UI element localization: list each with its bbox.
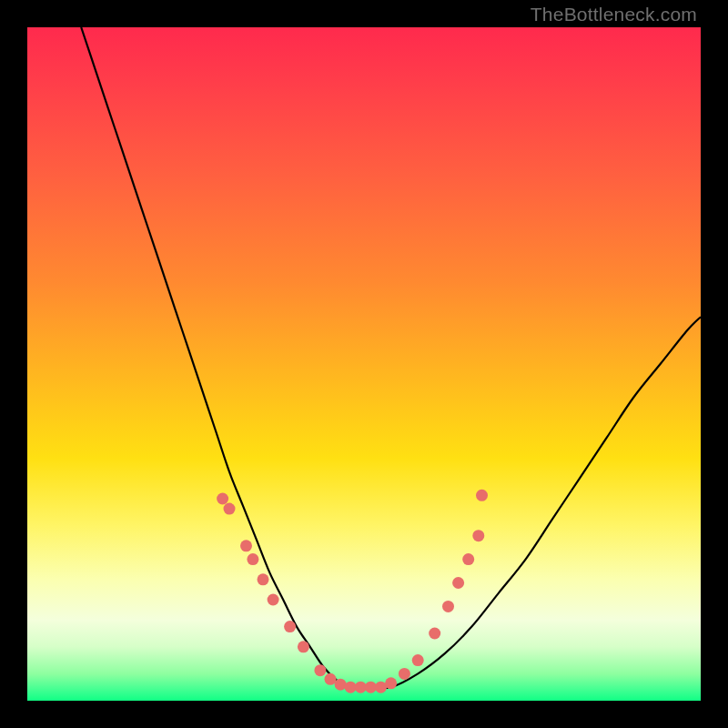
data-point [385,677,397,689]
watermark-text: TheBottleneck.com [531,4,697,25]
data-point [412,654,424,666]
data-point [247,553,258,565]
bottleneck-curve [81,27,701,688]
data-point [442,601,454,612]
data-point [240,540,252,551]
data-point [217,493,228,505]
chart-svg [27,27,701,701]
data-point [429,628,440,640]
data-point [298,641,309,652]
data-point [355,682,367,693]
data-point [375,682,387,693]
data-point [345,682,357,693]
data-point [268,594,279,606]
data-point [476,490,488,501]
marker-group [217,490,488,693]
data-point [472,530,484,541]
data-point [399,668,410,680]
data-point [365,682,377,693]
data-point [452,577,464,589]
chart-frame: TheBottleneck.com [0,0,728,728]
data-point [325,673,337,685]
data-point [335,679,347,691]
plot-area [27,27,701,701]
data-point [224,503,236,515]
data-point [258,573,269,585]
data-point [314,664,326,676]
data-point [284,621,296,632]
data-point [462,553,474,565]
